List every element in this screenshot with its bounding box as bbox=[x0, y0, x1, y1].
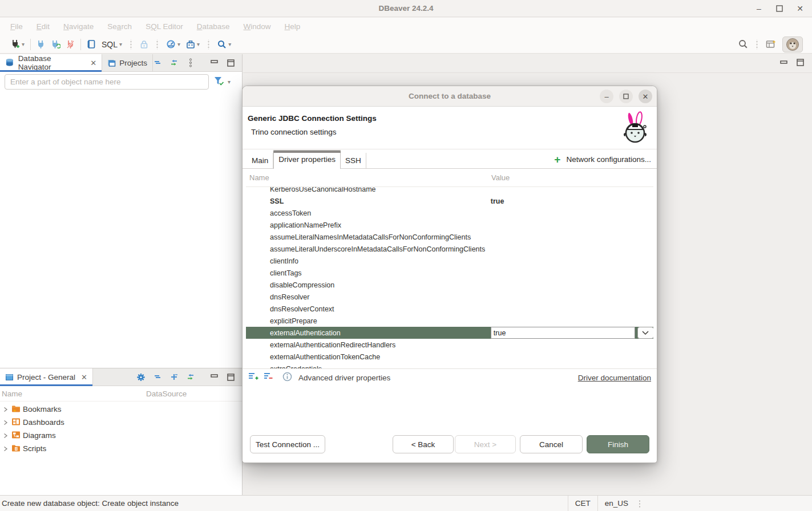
property-row[interactable]: applicationNamePrefix bbox=[246, 219, 653, 231]
link-with-editor-icon[interactable] bbox=[186, 372, 195, 382]
disconnect-button[interactable] bbox=[65, 38, 76, 51]
collapse-all-icon[interactable] bbox=[153, 58, 162, 67]
minimize-icon[interactable] bbox=[209, 372, 219, 382]
property-row[interactable]: extraCredentials bbox=[246, 363, 653, 368]
expander-chevron-icon[interactable] bbox=[3, 433, 9, 439]
property-row[interactable]: accessToken bbox=[246, 207, 653, 219]
property-row[interactable]: assumeLiteralNamesInMetadataCallsForNonC… bbox=[246, 231, 653, 243]
dashboard-button[interactable]: ▾ bbox=[165, 38, 181, 51]
network-configurations-button[interactable]: + Network configurations... bbox=[554, 154, 657, 165]
user-profile-button[interactable] bbox=[782, 36, 803, 52]
driver-manager-button[interactable]: ▾ bbox=[185, 38, 201, 51]
menu-database[interactable]: Database bbox=[190, 18, 237, 35]
window-close-button[interactable]: ✕ bbox=[794, 2, 806, 15]
locale-indicator[interactable]: en_US bbox=[597, 496, 635, 511]
tab-project-general[interactable]: Project - General ✕ bbox=[0, 368, 93, 386]
driver-manager-icon bbox=[186, 40, 195, 49]
chevron-down-icon: ▾ bbox=[22, 41, 25, 47]
property-value-input[interactable] bbox=[491, 327, 635, 339]
perspective-button[interactable] bbox=[765, 38, 778, 51]
property-row[interactable]: explicitPrepare bbox=[246, 315, 653, 327]
close-icon[interactable]: ✕ bbox=[90, 59, 96, 67]
dialog-maximize-button[interactable] bbox=[619, 90, 633, 103]
maximize-icon[interactable] bbox=[226, 372, 235, 382]
menu-edit[interactable]: Edit bbox=[30, 18, 56, 35]
property-row[interactable]: dnsResolverContext bbox=[246, 303, 653, 315]
test-connection-button[interactable]: Test Connection ... bbox=[250, 435, 325, 453]
search-metadata-button[interactable]: ▾ bbox=[216, 38, 232, 51]
tab-projects[interactable]: Projects bbox=[102, 54, 153, 71]
sql-dropdown-button[interactable]: SQL ▾ bbox=[100, 38, 123, 51]
column-header-datasource[interactable]: DataSource bbox=[146, 390, 187, 398]
menu-help[interactable]: Help bbox=[278, 18, 308, 35]
connect-button[interactable] bbox=[35, 38, 46, 51]
finish-button[interactable]: Finish bbox=[587, 435, 649, 453]
tab-database-navigator[interactable]: Database Navigator ✕ bbox=[0, 54, 102, 71]
tree-item-scripts[interactable]: Scripts bbox=[0, 442, 242, 455]
global-search-button[interactable] bbox=[737, 38, 749, 51]
window-minimize-button[interactable]: – bbox=[753, 2, 765, 15]
tree-item-diagrams[interactable]: Diagrams bbox=[0, 429, 242, 442]
timezone-indicator[interactable]: CET bbox=[568, 496, 597, 511]
sql-editor-icon bbox=[87, 39, 96, 49]
property-row[interactable]: disableCompression bbox=[246, 279, 653, 291]
tree-item-dashboards[interactable]: Dashboards bbox=[0, 416, 242, 429]
property-value-dropdown-button[interactable] bbox=[637, 327, 653, 339]
close-icon[interactable]: ✕ bbox=[81, 373, 87, 382]
menu-navigate[interactable]: Navigate bbox=[56, 18, 100, 35]
property-row[interactable]: externalAuthentication bbox=[246, 327, 653, 339]
menu-search[interactable]: Search bbox=[100, 18, 139, 35]
column-header-name[interactable]: Name bbox=[246, 173, 491, 182]
minimize-icon[interactable] bbox=[209, 58, 219, 67]
menu-file[interactable]: File bbox=[3, 18, 30, 35]
driver-documentation-link[interactable]: Driver documentation bbox=[578, 374, 651, 382]
filter-funnel-icon[interactable] bbox=[213, 76, 224, 88]
tab-main[interactable]: Main bbox=[247, 153, 273, 168]
maximize-icon[interactable] bbox=[797, 58, 804, 68]
property-row[interactable]: clientInfo bbox=[246, 255, 653, 267]
view-menu-icon[interactable] bbox=[186, 58, 195, 67]
collapse-all-icon[interactable] bbox=[153, 372, 162, 382]
reconnect-button[interactable] bbox=[50, 38, 62, 51]
object-filter-input[interactable] bbox=[5, 74, 209, 90]
property-row[interactable]: externalAuthenticationTokenCache bbox=[246, 351, 653, 363]
link-with-editor-icon[interactable] bbox=[169, 58, 179, 67]
new-connection-button[interactable]: ▾ bbox=[9, 38, 26, 51]
maximize-icon[interactable] bbox=[226, 58, 235, 67]
next-button[interactable]: Next > bbox=[455, 435, 516, 453]
back-button[interactable]: < Back bbox=[393, 435, 454, 453]
status-message: Create new database object: Create objec… bbox=[0, 499, 179, 508]
dialog-close-button[interactable]: ✕ bbox=[639, 90, 652, 103]
property-row[interactable]: dnsResolver bbox=[246, 291, 653, 303]
remove-property-icon[interactable] bbox=[264, 372, 273, 383]
expand-all-icon[interactable] bbox=[169, 372, 179, 382]
property-row[interactable]: externalAuthenticationRedirectHandlers bbox=[246, 339, 653, 351]
navigator-tree-area[interactable] bbox=[0, 92, 242, 368]
menu-sql-editor[interactable]: SQL Editor bbox=[139, 18, 190, 35]
property-row[interactable]: KerberosUseCanonicalHostname bbox=[246, 187, 653, 195]
tree-item-bookmarks[interactable]: Bookmarks bbox=[0, 403, 242, 416]
column-header-value[interactable]: Value bbox=[491, 173, 510, 182]
chevron-down-icon[interactable]: ▾ bbox=[228, 79, 231, 85]
tab-driver-properties[interactable]: Driver properties bbox=[273, 150, 341, 169]
properties-table[interactable]: KerberosUseCanonicalHostnameSSLtrueacces… bbox=[246, 187, 653, 368]
tab-ssh[interactable]: SSH bbox=[341, 153, 366, 168]
column-header-name[interactable]: Name bbox=[0, 390, 146, 398]
property-row[interactable]: SSLtrue bbox=[246, 195, 653, 207]
tab-label: Main bbox=[252, 156, 268, 165]
menu-window[interactable]: Window bbox=[237, 18, 278, 35]
dialog-minimize-button[interactable]: – bbox=[600, 90, 613, 103]
expander-chevron-icon[interactable] bbox=[3, 446, 9, 452]
expander-chevron-icon[interactable] bbox=[3, 407, 9, 412]
lock-button[interactable] bbox=[139, 38, 150, 51]
window-maximize-button[interactable] bbox=[773, 2, 786, 15]
expander-chevron-icon[interactable] bbox=[3, 420, 9, 425]
property-row[interactable]: assumeLiteralUnderscoreInMetadataCallsFo… bbox=[246, 243, 653, 255]
add-property-icon[interactable] bbox=[248, 372, 258, 383]
minimize-icon[interactable] bbox=[780, 58, 787, 68]
dialog-titlebar[interactable]: Connect to a database – ✕ bbox=[243, 86, 657, 107]
property-row[interactable]: clientTags bbox=[246, 267, 653, 279]
settings-gear-icon[interactable] bbox=[136, 372, 146, 382]
sql-editor-button[interactable] bbox=[86, 38, 97, 51]
cancel-button[interactable]: Cancel bbox=[520, 435, 583, 453]
